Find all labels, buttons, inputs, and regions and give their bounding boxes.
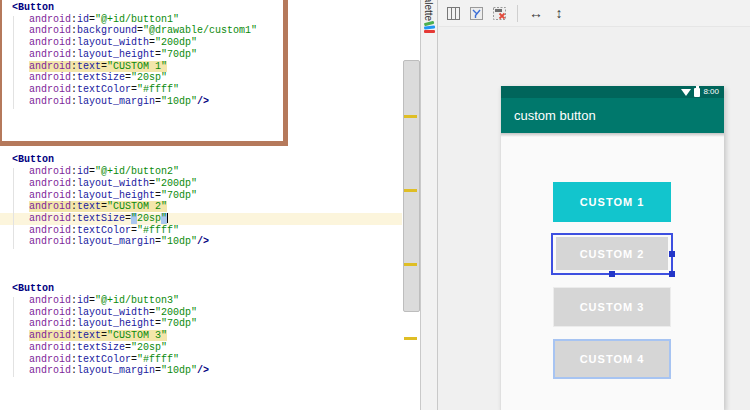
code-line[interactable]: android:textColor="#ffff" bbox=[0, 84, 402, 96]
app-bar-title: custom button bbox=[514, 108, 596, 123]
code-line[interactable] bbox=[0, 131, 402, 143]
selection-handle[interactable] bbox=[669, 271, 675, 277]
indent-guide bbox=[13, 16, 14, 109]
code-line[interactable]: android:textSize="20sp" bbox=[0, 213, 402, 225]
code-line[interactable]: <Button bbox=[0, 283, 402, 295]
code-line[interactable] bbox=[0, 260, 402, 272]
code-line[interactable]: android:layout_width="200dp" bbox=[0, 307, 402, 319]
xml-editor-pane[interactable]: <Buttonandroid:id="@+id/button1"android:… bbox=[0, 0, 420, 410]
palette-tab-label: Palette bbox=[423, 0, 434, 21]
text-caret bbox=[167, 213, 168, 223]
code-line[interactable]: <Button bbox=[0, 2, 402, 14]
stripe-mark[interactable] bbox=[404, 337, 417, 340]
code-line[interactable]: android:layout_height="70dp" bbox=[0, 49, 402, 61]
code-line[interactable]: android:textSize="20sp" bbox=[0, 342, 402, 354]
preview-button-custom-2[interactable]: CUSTOM 2 bbox=[556, 237, 668, 270]
code-line[interactable]: android:layout_margin="10dp"/> bbox=[0, 365, 402, 377]
tool-window-strip: Palette bbox=[420, 0, 438, 410]
battery-icon bbox=[694, 88, 700, 97]
code-editor[interactable]: <Buttonandroid:id="@+id/button1"android:… bbox=[0, 2, 402, 377]
code-line[interactable]: android:id="@+id/button1" bbox=[0, 14, 402, 26]
clear-errors-icon[interactable] bbox=[490, 4, 508, 22]
stripe-mark[interactable] bbox=[404, 189, 417, 192]
preview-button-custom-1[interactable]: CUSTOM 1 bbox=[553, 182, 671, 222]
selection-handle[interactable] bbox=[669, 251, 675, 257]
pan-zoom-icon[interactable] bbox=[467, 4, 485, 22]
selection-handle[interactable] bbox=[609, 271, 615, 277]
code-line[interactable]: android:layout_margin="10dp"/> bbox=[0, 96, 402, 108]
horizontal-resize-icon[interactable]: ↔ bbox=[527, 4, 545, 22]
wifi-icon bbox=[681, 89, 691, 96]
scrollbar-thumb[interactable] bbox=[403, 60, 420, 312]
code-line[interactable]: android:textSize="20sp" bbox=[0, 72, 402, 84]
code-line[interactable] bbox=[0, 119, 402, 131]
code-line[interactable] bbox=[0, 143, 402, 155]
code-line[interactable]: android:text="CUSTOM 2" bbox=[0, 201, 402, 213]
code-line[interactable]: android:layout_width="200dp" bbox=[0, 37, 402, 49]
code-line[interactable]: android:text="CUSTOM 1" bbox=[0, 61, 402, 73]
code-line[interactable]: android:background="@drawable/custom1" bbox=[0, 25, 402, 37]
code-line[interactable]: android:layout_height="70dp" bbox=[0, 190, 402, 202]
code-line[interactable]: android:text="CUSTOM 3" bbox=[0, 330, 402, 342]
code-line[interactable] bbox=[0, 248, 402, 260]
preview-button-custom-3[interactable]: CUSTOM 3 bbox=[553, 287, 671, 327]
code-line[interactable]: android:layout_margin="10dp"/> bbox=[0, 236, 402, 248]
indent-guide bbox=[13, 297, 14, 377]
vertical-resize-icon[interactable]: ↕ bbox=[550, 4, 568, 22]
code-line[interactable] bbox=[0, 272, 402, 284]
code-line[interactable] bbox=[0, 107, 402, 119]
status-time: 8:00 bbox=[703, 88, 719, 96]
status-bar: 8:00 bbox=[501, 86, 724, 98]
device-preview: 8:00 custom button CUSTOM 1CUSTOM 2CUSTO… bbox=[500, 86, 724, 410]
preview-button-custom-4[interactable]: CUSTOM 4 bbox=[553, 339, 671, 379]
indent-guide bbox=[13, 168, 14, 249]
code-line[interactable]: <Button bbox=[0, 154, 402, 166]
stripe-mark[interactable] bbox=[404, 263, 417, 266]
toolbar-separator bbox=[517, 5, 518, 22]
code-line[interactable]: android:layout_height="70dp" bbox=[0, 318, 402, 330]
design-toolbar: ↔ ↕ bbox=[439, 0, 750, 27]
code-line[interactable]: android:id="@+id/button3" bbox=[0, 295, 402, 307]
selection-box: CUSTOM 2 bbox=[551, 233, 673, 275]
code-line[interactable]: android:textColor="#ffff" bbox=[0, 225, 402, 237]
code-line[interactable]: android:id="@+id/button2" bbox=[0, 166, 402, 178]
stripe-mark[interactable] bbox=[404, 115, 417, 118]
code-line[interactable]: android:layout_width="200dp" bbox=[0, 178, 402, 190]
palette-icon bbox=[423, 20, 436, 38]
code-line[interactable]: android:textColor="#ffff" bbox=[0, 354, 402, 366]
columns-icon[interactable] bbox=[444, 4, 462, 22]
app-bar: custom button bbox=[501, 98, 724, 133]
